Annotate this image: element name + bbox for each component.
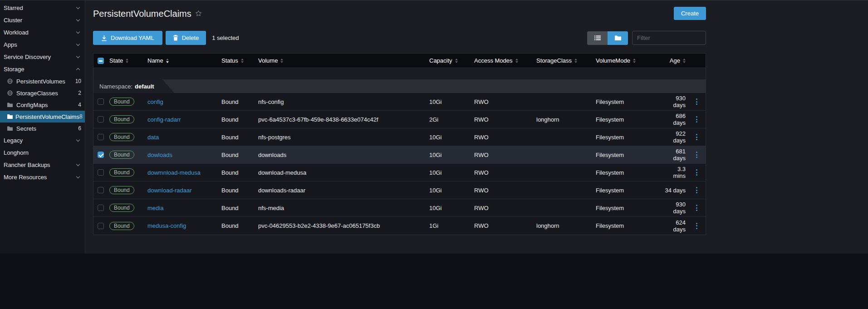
status-cell: Bound bbox=[219, 187, 256, 194]
state-badge: Bound bbox=[109, 133, 134, 141]
column-header[interactable]: VolumeMode bbox=[593, 54, 662, 68]
pvc-name-link[interactable]: dowloads bbox=[147, 152, 172, 158]
table-row: Bound data Bound nfs-postgres 10Gi RWO F… bbox=[93, 128, 706, 146]
column-header[interactable]: Volume bbox=[256, 54, 427, 68]
capacity-cell: 10Gi bbox=[427, 169, 472, 176]
pvc-name-link[interactable]: config-radarr bbox=[147, 116, 181, 123]
age-cell: 681 days bbox=[662, 148, 687, 162]
capacity-cell: 10Gi bbox=[427, 98, 472, 105]
sort-arrows-icon bbox=[515, 59, 518, 63]
volume-mode-cell: Filesystem bbox=[593, 169, 662, 176]
age-cell: 930 days bbox=[662, 95, 687, 108]
pvc-name-link[interactable]: download-radaar bbox=[147, 187, 192, 194]
sidebar-item[interactable]: More Resources bbox=[0, 171, 85, 183]
status-cell: Bound bbox=[219, 152, 256, 158]
row-actions-kebab-icon[interactable] bbox=[694, 150, 699, 160]
sidebar-subitem-label: Secrets bbox=[16, 125, 78, 132]
column-header[interactable]: Name bbox=[145, 54, 219, 68]
filter-input[interactable] bbox=[632, 31, 706, 45]
status-cell: Bound bbox=[219, 222, 256, 229]
sidebar-subitem[interactable]: PersistentVolumeClaims 8 bbox=[0, 111, 85, 123]
capacity-cell: 10Gi bbox=[427, 205, 472, 211]
row-checkbox[interactable] bbox=[98, 134, 104, 140]
state-badge: Bound bbox=[109, 222, 134, 230]
chevron-icon bbox=[76, 18, 80, 21]
trash-icon bbox=[173, 35, 178, 41]
state-badge: Bound bbox=[109, 98, 134, 106]
volume-cell: pvc-6a4537c3-67fb-459e-8438-6633e074c42f bbox=[256, 116, 427, 123]
volume-cell: pvc-04629553-b2e2-4338-9e67-ac065175f3cb bbox=[256, 222, 427, 229]
pvc-name-link[interactable]: media bbox=[147, 205, 163, 211]
resource-count-badge: 8 bbox=[79, 113, 83, 120]
sidebar-subitem[interactable]: StorageClasses 2 bbox=[0, 87, 85, 99]
row-actions-kebab-icon[interactable] bbox=[694, 203, 699, 213]
row-checkbox[interactable] bbox=[98, 187, 104, 193]
access-modes-cell: RWO bbox=[472, 116, 534, 123]
column-header[interactable]: Access Modes bbox=[472, 54, 534, 68]
column-header[interactable]: Status bbox=[219, 54, 256, 68]
folder-icon bbox=[7, 114, 13, 119]
title-row: PersistentVolumeClaims Create bbox=[93, 6, 706, 21]
select-all-checkbox[interactable] bbox=[98, 58, 104, 64]
list-view-button[interactable] bbox=[587, 31, 608, 45]
sidebar-item[interactable]: Longhorn bbox=[0, 147, 85, 159]
resource-count-badge: 2 bbox=[78, 90, 81, 96]
folder-icon bbox=[7, 126, 13, 131]
folder-view-icon bbox=[615, 35, 621, 40]
row-actions-kebab-icon[interactable] bbox=[694, 185, 699, 195]
row-checkbox[interactable] bbox=[98, 116, 104, 123]
volume-mode-cell: Filesystem bbox=[593, 134, 662, 141]
column-header[interactable]: Age bbox=[662, 54, 687, 68]
create-button[interactable]: Create bbox=[674, 7, 706, 20]
sidebar-item[interactable]: Legacy bbox=[0, 134, 85, 147]
column-header[interactable]: Capacity bbox=[427, 54, 472, 68]
sidebar-subitem[interactable]: PersistentVolumes 10 bbox=[0, 75, 85, 87]
pvc-name-link[interactable]: config bbox=[147, 98, 163, 105]
table-row: Bound download-radaar Bound downloads-ra… bbox=[93, 181, 706, 199]
download-yaml-button[interactable]: Download YAML bbox=[93, 31, 162, 45]
resource-count-badge: 10 bbox=[75, 78, 81, 84]
sidebar-item[interactable]: Storage bbox=[0, 63, 85, 75]
capacity-cell: 1Gi bbox=[427, 222, 472, 229]
namespace-label: Namespace: bbox=[99, 83, 132, 90]
sidebar-item[interactable]: Starred bbox=[0, 2, 85, 14]
column-header[interactable]: State bbox=[107, 54, 145, 68]
group-view-button[interactable] bbox=[608, 31, 628, 45]
age-cell: 930 days bbox=[662, 201, 687, 215]
table-row: Bound config-radarr Bound pvc-6a4537c3-6… bbox=[93, 111, 706, 128]
access-modes-cell: RWO bbox=[472, 205, 534, 211]
row-actions-kebab-icon[interactable] bbox=[694, 167, 699, 177]
pvc-name-link[interactable]: data bbox=[147, 134, 159, 141]
sidebar-item[interactable]: Workload bbox=[0, 26, 85, 39]
sidebar-item[interactable]: Service Discovery bbox=[0, 51, 85, 63]
namespace-value: default bbox=[135, 83, 154, 90]
row-actions-kebab-icon[interactable] bbox=[694, 221, 699, 231]
state-badge: Bound bbox=[109, 204, 134, 212]
row-checkbox[interactable] bbox=[98, 98, 104, 105]
chevron-icon bbox=[76, 5, 80, 9]
row-checkbox[interactable] bbox=[98, 223, 104, 229]
sidebar-item[interactable]: Cluster bbox=[0, 14, 85, 26]
row-actions-kebab-icon[interactable] bbox=[694, 97, 699, 107]
pvc-name-link[interactable]: medusa-config bbox=[147, 222, 186, 229]
sidebar-item[interactable]: Apps bbox=[0, 39, 85, 51]
pvc-name-link[interactable]: dowmnload-medusa bbox=[147, 169, 201, 176]
delete-button[interactable]: Delete bbox=[166, 31, 206, 45]
row-checkbox[interactable] bbox=[98, 169, 104, 176]
row-actions-kebab-icon[interactable] bbox=[694, 114, 699, 124]
row-checkbox[interactable] bbox=[98, 152, 104, 158]
state-badge: Bound bbox=[109, 151, 134, 159]
column-header[interactable]: StorageClass bbox=[534, 54, 593, 68]
sidebar-bottom-group: Legacy Longhorn Rancher Backups More Res… bbox=[0, 134, 85, 183]
globe-icon bbox=[7, 78, 13, 84]
sidebar-subitem[interactable]: Secrets 6 bbox=[0, 123, 85, 134]
age-cell: 686 days bbox=[662, 113, 687, 126]
row-checkbox[interactable] bbox=[98, 205, 104, 211]
sidebar-subitem[interactable]: ConfigMaps 4 bbox=[0, 99, 85, 111]
sidebar-item-label: Rancher Backups bbox=[4, 162, 50, 168]
sort-arrows-icon bbox=[166, 59, 169, 63]
access-modes-cell: RWO bbox=[472, 169, 534, 176]
favorite-star-icon[interactable] bbox=[195, 10, 202, 19]
sidebar-item[interactable]: Rancher Backups bbox=[0, 159, 85, 171]
row-actions-kebab-icon[interactable] bbox=[694, 132, 699, 142]
